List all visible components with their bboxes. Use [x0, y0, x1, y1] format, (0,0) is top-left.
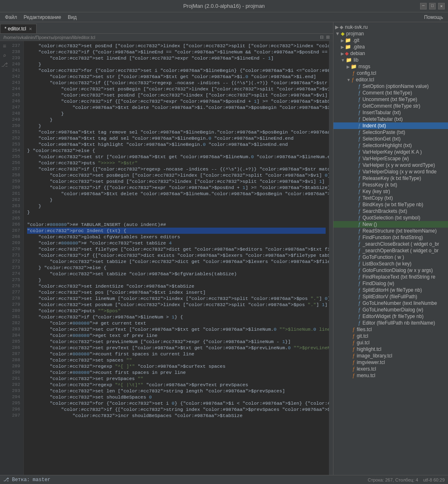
tree-item[interactable]: ▼ƒeditor.tcl [333, 76, 448, 83]
line-numbers: 2372382392402412422432442452462472482492… [9, 41, 24, 475]
tree-label: SelectionGet (txt) [363, 136, 401, 142]
tree-item[interactable]: ƒmenu.tcl [333, 372, 448, 379]
tree-item[interactable]: ƒKey (key str) [333, 188, 448, 195]
git-branch-label: Ветка: master [12, 477, 51, 483]
status-right: Строка: 267, Столбец: 4 utf-8 60:29 [368, 477, 445, 482]
file-tree[interactable]: ▶◆nuk-svk.ru▼◆projman▶📁.git▶📁.gitea▶◆deb… [333, 22, 448, 475]
tree-item[interactable]: ƒBindKeys (w txt fileType nb) [333, 201, 448, 208]
tree-item[interactable]: ƒ_searchOpenBracket ( widget o_br [333, 247, 448, 254]
tree-item[interactable]: ƒReleaseKey (k txt fileType) [333, 175, 448, 182]
tree-item[interactable]: ƒGoToFunction ( w ) [333, 254, 448, 260]
tree-label: Uncomment (txt fileType) [363, 97, 417, 102]
window-controls[interactable]: ─ □ ✕ [420, 3, 445, 9]
tree-item[interactable]: ƒQuotSelection (txt symbol) [333, 214, 448, 221]
tree-item[interactable]: ƒGetComment (fileType str) [333, 103, 448, 109]
tree-label: ReadStructure (txt treeItemName) [363, 228, 437, 234]
tree-item[interactable]: ƒVarHelperDialog (x y w word finde [333, 168, 448, 175]
tree-item[interactable]: ▼📁lib [333, 57, 448, 63]
tree-label: GoToLineNumber (text lineNumbe [363, 300, 437, 306]
tree-item[interactable]: ƒlexers.tcl [333, 366, 448, 372]
tab-bar: * editor.tcl ✕ [0, 22, 333, 34]
tree-item[interactable]: ƒDeleteTabular (txt) [333, 116, 448, 122]
tree-label: InsertTabular (txt) [363, 110, 401, 115]
tree-item[interactable]: ƒSelectionHighlight (txt) [333, 142, 448, 149]
vertical-scrollbar[interactable] [329, 41, 333, 475]
menu-edit[interactable]: Редактирование [21, 14, 64, 21]
tree-item[interactable]: ▶📁.gitea [333, 44, 448, 50]
tab-close-button[interactable]: ✕ [29, 27, 32, 31]
git-branch: ⎇ Ветка: master [3, 477, 51, 483]
tree-item[interactable]: ƒGoToLineNumber (text lineNumbe [333, 300, 448, 307]
tree-item[interactable]: ▶📁.git [333, 37, 448, 44]
git-icon[interactable]: ⎇ [1, 61, 8, 68]
tree-item[interactable]: ƒIndent (txt) [333, 122, 448, 129]
tree-label: config.tcl [357, 70, 376, 76]
tree-item[interactable]: ƒhighlight.tcl [333, 346, 448, 353]
tree-label: msgs [358, 64, 370, 69]
encoding: utf-8 60:29 [423, 477, 445, 482]
code-lines[interactable]: "color:#cc7832">set posEnd ["color:#cc78… [24, 41, 329, 475]
tree-label: SearchBrackets (txt) [363, 208, 407, 214]
tree-item[interactable]: ƒFindReplaceText (txt findString re [333, 274, 448, 280]
tree-label: highlight.tcl [357, 346, 381, 352]
tree-item[interactable]: ƒInsertTabular (txt) [333, 109, 448, 116]
tree-item[interactable]: ƒEditor (fileFullPath nb itemName) [333, 320, 448, 326]
minimize-button[interactable]: ─ [420, 3, 427, 9]
tree-item[interactable]: ƒReadStructure (txt treeItemName) [333, 228, 448, 234]
tree-label: New () [363, 221, 377, 227]
tree-label: editor.tcl [356, 77, 374, 83]
tree-item[interactable]: ƒComment (txt fileType) [333, 90, 448, 96]
tree-item[interactable]: ƒSelectionGet (txt) [333, 136, 448, 142]
tree-item[interactable]: ƒimgviewer.tcl [333, 359, 448, 366]
tree-item[interactable]: ƒGotoFunctionDialog (w x y args) [333, 267, 448, 274]
tree-item[interactable]: ƒgui.tcl [333, 339, 448, 346]
tree-item[interactable]: ƒUncomment (txt fileType) [333, 96, 448, 103]
tree-item[interactable]: ƒFindFunction (txt findString) [333, 234, 448, 241]
tree-label: GotoFunctionDialog (w x y args) [363, 267, 433, 273]
tree-item[interactable]: ƒconfig.tcl [333, 70, 448, 76]
status-bar: ⎇ Ветка: master Строка: 267, Столбец: 4 … [0, 475, 448, 484]
tree-item[interactable]: ƒVarHelperEscape (w) [333, 155, 448, 162]
tree-item[interactable]: ƒTextCopy (txt) [333, 195, 448, 201]
tree-label: projman [346, 31, 364, 37]
hamburger-icon[interactable]: ≡ [1, 43, 8, 50]
tree-item[interactable]: ƒSplitEditorH (w fileType nb) [333, 287, 448, 293]
tree-label: VarHelperEscape (w) [363, 156, 409, 161]
tree-item[interactable]: ƒSetOption (optionName value) [333, 83, 448, 90]
menu-view[interactable]: Вид [64, 14, 80, 21]
tree-item[interactable]: ▶◆nuk-svk.ru [333, 24, 448, 30]
tree-label: image_library.tcl [357, 353, 392, 359]
split-v-button[interactable]: ⊞ [326, 35, 330, 40]
tree-item[interactable]: ▶📁msgs [333, 63, 448, 70]
split-h-button[interactable]: ⊟ [320, 35, 324, 40]
menu-help[interactable]: Помощь [421, 14, 446, 21]
tree-label: _searchOpenBracket ( widget o_br [363, 248, 439, 254]
tree-item[interactable]: ƒSearchBrackets (txt) [333, 208, 448, 214]
tree-label: Comment (txt fileType) [363, 90, 412, 96]
tree-item[interactable]: ▼◆projman [333, 30, 448, 37]
tree-item[interactable]: ƒEditorWidget (fr fileType nb) [333, 313, 448, 320]
tree-item[interactable]: ƒFindDialog (w) [333, 280, 448, 287]
search-sidebar-icon[interactable]: ⌕ [1, 52, 8, 59]
tree-label: SetOption (optionName value) [363, 83, 429, 89]
tree-item[interactable]: ƒNew () [333, 221, 448, 228]
tree-item[interactable]: ƒSplitEditorV (fileFullPath) [333, 293, 448, 300]
tree-label: BindKeys (w txt fileType nb) [363, 202, 423, 207]
tree-item[interactable]: ƒSelectionPaste (txt) [333, 129, 448, 136]
status-left: ⎇ Ветка: master [3, 477, 51, 483]
menu-file[interactable]: Файл [2, 14, 21, 21]
tree-item[interactable]: ƒPressKey (k txt) [333, 182, 448, 188]
tree-item[interactable]: ƒfiles.tcl [333, 326, 448, 333]
tree-item[interactable]: ƒVarHelperKey (widget K A ) [333, 149, 448, 155]
tree-item[interactable]: ƒGoToLineNumberDialog (w) [333, 307, 448, 313]
tree-label: SplitEditorH (w fileType nb) [363, 287, 422, 293]
maximize-button[interactable]: □ [429, 3, 436, 9]
close-button[interactable]: ✕ [438, 3, 445, 9]
tab-editor[interactable]: * editor.tcl ✕ [0, 24, 37, 33]
tree-item[interactable]: ƒVarHelper (x y w word wordType) [333, 162, 448, 168]
tree-item[interactable]: ƒgit.tcl [333, 333, 448, 339]
tree-item[interactable]: ƒimage_library.tcl [333, 353, 448, 359]
tree-item[interactable]: ƒListBoxSearch (w key) [333, 260, 448, 267]
tree-item[interactable]: ▶◆debian [333, 50, 448, 57]
tree-item[interactable]: ƒ_searchCloseBracket ( widget o_br [333, 241, 448, 247]
